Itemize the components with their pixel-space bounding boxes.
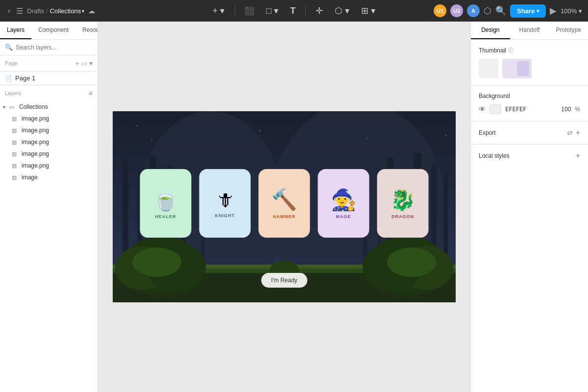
export-actions: ⇄ + (567, 128, 580, 137)
tab-component[interactable]: Component (31, 22, 75, 39)
page-actions: + ▭ ▾ (75, 59, 93, 67)
layer-group-name: Collections (19, 103, 48, 110)
add-tool-button[interactable]: + ▾ (210, 3, 228, 18)
avatar-3: A (467, 4, 480, 17)
shape-tool-button[interactable]: □ ▾ (263, 3, 281, 18)
breadcrumb-prefix[interactable]: Drafts (27, 7, 44, 15)
dragon-name: DRAGON (392, 214, 414, 219)
color-swatch[interactable] (490, 104, 501, 114)
tab-layers[interactable]: Layers (0, 22, 31, 39)
export-settings-icon[interactable]: ⇄ (567, 129, 573, 137)
knight-name: KNIGHT (215, 213, 235, 218)
back-button[interactable]: ‹ (6, 4, 12, 17)
thumbnail-preview (479, 59, 580, 78)
local-styles-section: Local styles + (471, 145, 588, 167)
text-tool-button[interactable]: T (287, 4, 298, 18)
character-card-hammer[interactable]: 🔨 HAMMER (259, 169, 310, 238)
layer-item-1[interactable]: ▨ image.png (0, 124, 98, 136)
breadcrumb-current[interactable]: Collections ▾ (50, 7, 85, 15)
layers-collapse-button[interactable]: ≡ (89, 89, 93, 97)
background-row: 👁 EFEFEF 100 % (479, 104, 580, 114)
main-area: Layers Component Resource 🔍 Page + ▭ ▾ 📄… (0, 22, 588, 392)
character-card-knight[interactable]: 🗡 KNIGHT (199, 169, 251, 238)
info-icon[interactable]: ⓘ (508, 47, 514, 54)
left-panel: Layers Component Resource 🔍 Page + ▭ ▾ 📄… (0, 22, 98, 392)
character-card-dragon[interactable]: 🐉 DRAGON (377, 169, 429, 238)
tab-design[interactable]: Design (471, 22, 510, 39)
menu-button[interactable]: ☰ (16, 6, 23, 16)
export-section: Export ⇄ + (471, 122, 588, 145)
svg-point-3 (259, 130, 260, 131)
tab-prototype[interactable]: Prototype (549, 22, 588, 39)
svg-point-35 (387, 247, 436, 277)
character-card-mage[interactable]: 🧙 MAGE (318, 169, 369, 238)
cloud-status-icon: ☁ (88, 7, 95, 15)
opacity-value[interactable]: 100 (557, 106, 571, 113)
move-tool-button[interactable]: ✛ (313, 3, 326, 18)
layer-name-5: image (22, 174, 38, 181)
tab-handoff[interactable]: Handoff (510, 22, 549, 39)
mage-name: MAGE (336, 214, 351, 219)
layer-group-collections[interactable]: ▾ ▭ Collections (0, 101, 98, 113)
hex-input[interactable]: EFEFEF (505, 106, 553, 113)
tool-separator-2 (305, 6, 306, 16)
percent-label: % (575, 106, 580, 113)
layer-item-0[interactable]: ▨ image.png (0, 113, 98, 124)
search-input[interactable] (16, 44, 93, 51)
search-bar: 🔍 (0, 40, 98, 55)
grid-tool-button[interactable]: ⊞ ▾ (358, 3, 378, 18)
search-icon: 🔍 (5, 44, 13, 51)
image-icon-3: ▨ (12, 151, 19, 157)
topbar: ‹ ☰ Drafts / Collections ▾ ☁ + ▾ ⬛ □ ▾ T… (0, 0, 588, 22)
layers-section-header: Layers ≡ (0, 85, 98, 101)
panel-tabs: Layers Component Resource (0, 22, 98, 40)
avatar-1: U1 (434, 4, 446, 17)
layer-item-4[interactable]: ▨ image.png (0, 160, 98, 172)
character-card-healer[interactable]: 🍵 HEALER (140, 169, 192, 238)
layer-item-3[interactable]: ▨ image.png (0, 148, 98, 160)
svg-rect-37 (517, 61, 529, 76)
right-panel: Design Handoff Prototype Thumbnail ⓘ (470, 22, 588, 392)
thumbnail-blank (479, 59, 498, 78)
image-icon-0: ▨ (12, 116, 19, 122)
frame-tool-button[interactable]: ⬛ (242, 4, 257, 18)
page-expand-button[interactable]: ▾ (89, 59, 93, 67)
svg-point-6 (445, 135, 446, 136)
svg-point-7 (151, 140, 152, 141)
ready-button[interactable]: I'm Ready (261, 273, 307, 288)
tool-separator (234, 6, 235, 16)
layer-name-0: image.png (22, 115, 49, 122)
breadcrumb-chevron: ▾ (82, 8, 84, 14)
svg-point-34 (132, 247, 181, 277)
healer-icon: 🍵 (153, 190, 178, 210)
search-icon[interactable]: 🔍 (495, 5, 506, 16)
plugins-icon[interactable]: ⬡ (484, 5, 491, 16)
add-page-button[interactable]: + (75, 59, 79, 67)
healer-name: HEALER (155, 214, 176, 219)
share-button[interactable]: Share ▾ (510, 4, 546, 18)
layer-name-1: image.png (22, 127, 49, 134)
layer-item-5[interactable]: ▨ image (0, 172, 98, 183)
export-add-icon[interactable]: + (576, 128, 580, 137)
mage-icon: 🧙 (331, 190, 356, 210)
transform-tool-button[interactable]: ⬡ ▾ (332, 3, 352, 18)
layer-tree: ▾ ▭ Collections ▨ image.png ▨ image.png … (0, 101, 98, 392)
page-item-1[interactable]: 📄 Page 1 (0, 72, 98, 85)
image-icon-1: ▨ (12, 127, 19, 134)
breadcrumb-separator: / (46, 7, 48, 15)
play-button[interactable]: ▶ (550, 5, 557, 16)
local-styles-add-icon[interactable]: + (576, 151, 580, 160)
game-background: 🍵 HEALER 🗡 KNIGHT 🔨 HAMMER 🧙 MAGE (113, 111, 456, 302)
hammer-icon: 🔨 (271, 190, 297, 210)
thumbnail-section: Thumbnail ⓘ (471, 40, 588, 86)
expand-arrow-icon: ▾ (3, 104, 5, 110)
page-name: Page 1 (15, 74, 35, 82)
canvas[interactable]: 🍵 HEALER 🗡 KNIGHT 🔨 HAMMER 🧙 MAGE (98, 22, 470, 392)
page-options-button[interactable]: ▭ (81, 60, 87, 67)
zoom-label[interactable]: 100% ▾ (561, 7, 582, 15)
layer-item-2[interactable]: ▨ image.png (0, 136, 98, 148)
local-styles-label: Local styles (479, 152, 510, 159)
visibility-icon[interactable]: 👁 (479, 105, 486, 113)
dragon-icon: 🐉 (390, 190, 416, 210)
knight-icon: 🗡 (216, 191, 234, 209)
